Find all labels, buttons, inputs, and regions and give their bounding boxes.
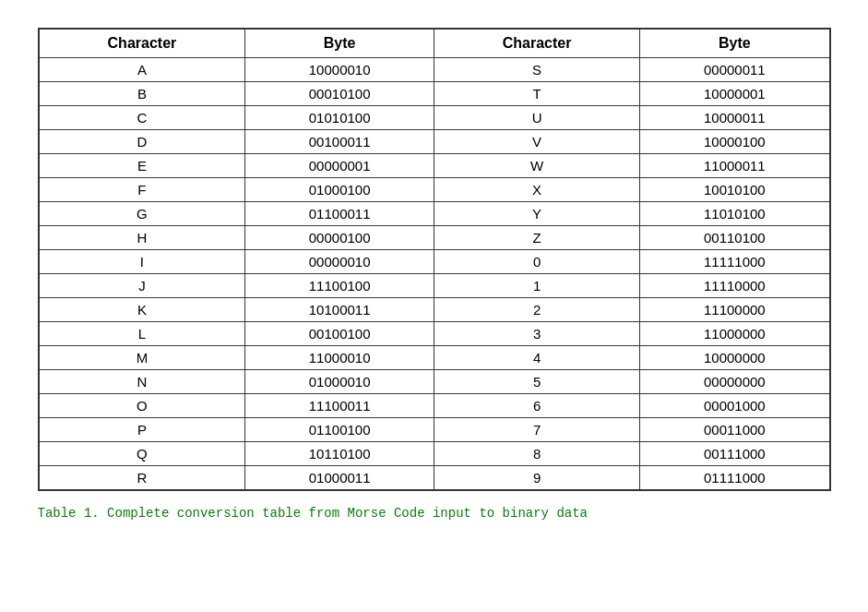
cell-r16-c3: 00111000	[640, 442, 830, 466]
cell-r6-c3: 11010100	[640, 202, 830, 226]
table-row: M11000010410000000	[39, 346, 830, 370]
table-row: Q10110100800111000	[39, 442, 830, 466]
cell-r8-c1: 00000010	[245, 250, 434, 274]
cell-r11-c3: 11000000	[640, 322, 830, 346]
table-row: A10000010S00000011	[39, 58, 830, 82]
cell-r14-c3: 00001000	[640, 394, 830, 418]
cell-r6-c0: G	[39, 202, 245, 226]
cell-r15-c2: 7	[434, 418, 639, 442]
cell-r3-c0: D	[39, 130, 245, 154]
table-container: Character Byte Character Byte A10000010S…	[38, 28, 831, 521]
table-row: H00000100Z00110100	[39, 226, 830, 250]
cell-r16-c2: 8	[434, 442, 639, 466]
cell-r15-c3: 00011000	[640, 418, 830, 442]
cell-r7-c2: Z	[434, 226, 639, 250]
cell-r15-c1: 01100100	[245, 418, 434, 442]
cell-r12-c0: M	[39, 346, 245, 370]
cell-r4-c3: 11000011	[640, 154, 830, 178]
cell-r5-c1: 01000100	[245, 178, 434, 202]
cell-r14-c2: 6	[434, 394, 639, 418]
cell-r15-c0: P	[39, 418, 245, 442]
cell-r5-c2: X	[434, 178, 639, 202]
table-row: L00100100311000000	[39, 322, 830, 346]
cell-r13-c1: 01000010	[245, 370, 434, 394]
cell-r17-c2: 9	[434, 466, 639, 491]
cell-r1-c1: 00010100	[245, 82, 434, 106]
cell-r4-c1: 00000001	[245, 154, 434, 178]
cell-r11-c0: L	[39, 322, 245, 346]
cell-r8-c2: 0	[434, 250, 639, 274]
table-row: P01100100700011000	[39, 418, 830, 442]
cell-r12-c2: 4	[434, 346, 639, 370]
cell-r9-c3: 11110000	[640, 274, 830, 298]
cell-r10-c1: 10100011	[245, 298, 434, 322]
cell-r17-c3: 01111000	[640, 466, 830, 491]
cell-r11-c2: 3	[434, 322, 639, 346]
table-row: I00000010011111000	[39, 250, 830, 274]
cell-r0-c1: 10000010	[245, 58, 434, 82]
cell-r13-c2: 5	[434, 370, 639, 394]
cell-r8-c0: I	[39, 250, 245, 274]
header-byte-2: Byte	[640, 29, 830, 58]
conversion-table: Character Byte Character Byte A10000010S…	[38, 28, 831, 491]
cell-r10-c2: 2	[434, 298, 639, 322]
cell-r6-c1: 01100011	[245, 202, 434, 226]
cell-r2-c1: 01010100	[245, 106, 434, 130]
cell-r1-c3: 10000001	[640, 82, 830, 106]
cell-r10-c0: K	[39, 298, 245, 322]
cell-r0-c0: A	[39, 58, 245, 82]
header-character-2: Character	[434, 29, 639, 58]
table-row: C01010100U10000011	[39, 106, 830, 130]
cell-r13-c0: N	[39, 370, 245, 394]
table-row: R01000011901111000	[39, 466, 830, 491]
cell-r12-c3: 10000000	[640, 346, 830, 370]
table-row: E00000001W11000011	[39, 154, 830, 178]
table-row: F01000100X10010100	[39, 178, 830, 202]
cell-r8-c3: 11111000	[640, 250, 830, 274]
cell-r10-c3: 11100000	[640, 298, 830, 322]
cell-r3-c2: V	[434, 130, 639, 154]
cell-r14-c0: O	[39, 394, 245, 418]
cell-r13-c3: 00000000	[640, 370, 830, 394]
table-row: K10100011211100000	[39, 298, 830, 322]
cell-r7-c1: 00000100	[245, 226, 434, 250]
table-row: G01100011Y11010100	[39, 202, 830, 226]
table-caption: Table 1. Complete conversion table from …	[38, 506, 831, 521]
cell-r2-c0: C	[39, 106, 245, 130]
cell-r4-c2: W	[434, 154, 639, 178]
table-row: N01000010500000000	[39, 370, 830, 394]
table-row: B00010100T10000001	[39, 82, 830, 106]
cell-r7-c3: 00110100	[640, 226, 830, 250]
cell-r16-c0: Q	[39, 442, 245, 466]
cell-r9-c2: 1	[434, 274, 639, 298]
cell-r11-c1: 00100100	[245, 322, 434, 346]
cell-r6-c2: Y	[434, 202, 639, 226]
table-row: J11100100111110000	[39, 274, 830, 298]
cell-r17-c1: 01000011	[245, 466, 434, 491]
cell-r5-c0: F	[39, 178, 245, 202]
cell-r0-c2: S	[434, 58, 639, 82]
cell-r2-c2: U	[434, 106, 639, 130]
cell-r9-c0: J	[39, 274, 245, 298]
header-character-1: Character	[39, 29, 245, 58]
cell-r7-c0: H	[39, 226, 245, 250]
table-row: D00100011V10000100	[39, 130, 830, 154]
cell-r0-c3: 00000011	[640, 58, 830, 82]
cell-r16-c1: 10110100	[245, 442, 434, 466]
cell-r9-c1: 11100100	[245, 274, 434, 298]
cell-r17-c0: R	[39, 466, 245, 491]
table-row: O11100011600001000	[39, 394, 830, 418]
cell-r4-c0: E	[39, 154, 245, 178]
cell-r14-c1: 11100011	[245, 394, 434, 418]
cell-r1-c2: T	[434, 82, 639, 106]
cell-r2-c3: 10000011	[640, 106, 830, 130]
header-byte-1: Byte	[245, 29, 434, 58]
cell-r3-c1: 00100011	[245, 130, 434, 154]
cell-r12-c1: 11000010	[245, 346, 434, 370]
cell-r1-c0: B	[39, 82, 245, 106]
cell-r5-c3: 10010100	[640, 178, 830, 202]
table-header-row: Character Byte Character Byte	[39, 29, 830, 58]
cell-r3-c3: 10000100	[640, 130, 830, 154]
